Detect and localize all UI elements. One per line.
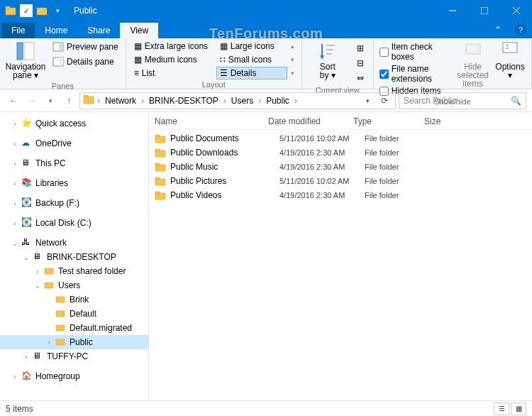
crumb-public[interactable]: Public (264, 96, 292, 106)
svg-rect-34 (155, 165, 165, 171)
tab-home[interactable]: Home (35, 23, 77, 38)
svg-rect-29 (56, 339, 65, 345)
chevron-right-icon[interactable]: › (222, 96, 228, 106)
layout-medium[interactable]: ▦Medium icons (131, 53, 216, 66)
table-row[interactable]: Public Pictures5/11/2016 10:02 AMFile fo… (155, 174, 526, 188)
details-pane-button[interactable]: Details pane (50, 55, 121, 69)
refresh-icon[interactable]: ⟳ (377, 93, 392, 109)
row-date: 4/19/2016 2:30 AM (279, 148, 365, 157)
file-extensions-toggle[interactable]: File name extensions (378, 63, 453, 84)
layout-list[interactable]: ≡List (131, 67, 216, 80)
help-icon[interactable]: ? (515, 24, 526, 35)
search-placeholder: Search Public (404, 96, 456, 106)
crumb-users[interactable]: Users (229, 96, 255, 106)
tree-tuffy-pc[interactable]: ›🖥TUFFY-PC (0, 349, 148, 363)
tree-backup-drive[interactable]: ›💽Backup (F:) (0, 196, 148, 210)
size-columns-button[interactable]: ⇔ (352, 71, 369, 85)
crumb-network[interactable]: Network (103, 96, 138, 106)
layout-scroll-down[interactable]: ▾ (288, 56, 298, 63)
layout-details[interactable]: ☰Details (216, 67, 287, 80)
tree-users[interactable]: ⌄Users (0, 278, 148, 292)
layout-scroll-up[interactable]: ▴ (288, 43, 298, 50)
quick-access-toolbar: ✓ ▾ (0, 4, 68, 17)
tree-network[interactable]: ⌄🖧Network (0, 236, 148, 250)
maximize-button[interactable] (468, 0, 500, 21)
svg-rect-18 (466, 44, 480, 54)
tree-homegroup[interactable]: ›🏠Homegroup (0, 369, 148, 383)
layout-extra-large[interactable]: ▦Extra large icons (131, 40, 216, 53)
svg-rect-33 (155, 149, 160, 151)
address-dropdown-icon[interactable]: ▾ (360, 93, 375, 109)
tree-test-shared[interactable]: ›Test shared folder (0, 264, 148, 278)
tree-onedrive[interactable]: ›☁OneDrive (0, 136, 148, 150)
row-type: File folder (365, 134, 436, 143)
col-name[interactable]: Name (155, 116, 268, 126)
layout-large[interactable]: ▦Large icons (216, 40, 287, 53)
explorer-icon (4, 4, 17, 17)
column-headers[interactable]: Name Date modified Type Size (149, 112, 532, 130)
search-input[interactable]: Search Public 🔍 (399, 92, 526, 109)
group-by-button[interactable]: ⊞ (352, 41, 369, 55)
close-button[interactable] (500, 0, 532, 21)
row-date: 5/11/2016 10:02 AM (279, 177, 365, 185)
tree-local-disk[interactable]: ›💽Local Disk (C:) (0, 216, 148, 230)
tree-quick-access[interactable]: ›⭐Quick access (0, 116, 148, 131)
layout-small[interactable]: ∷Small icons (216, 53, 287, 66)
table-row[interactable]: Public Videos4/19/2016 2:30 AMFile folde… (155, 188, 526, 202)
address-bar[interactable]: › Network › BRINK-DESKTOP › Users › Publ… (79, 92, 396, 109)
tree-user-default-migrated[interactable]: Default.migrated (0, 321, 148, 335)
chevron-right-icon[interactable]: › (293, 96, 299, 106)
tree-user-default[interactable]: Default (0, 307, 148, 321)
hide-selected-label: Hide selected items (457, 62, 489, 88)
col-type[interactable]: Type (353, 116, 424, 126)
tab-file[interactable]: File (1, 23, 35, 38)
navigation-tree[interactable]: ›⭐Quick access ›☁OneDrive ›🖥This PC ›📚Li… (0, 112, 149, 400)
table-row[interactable]: Public Music4/19/2016 2:30 AMFile folder (155, 160, 526, 174)
tree-user-public[interactable]: ›Public (0, 335, 148, 349)
svg-rect-4 (481, 7, 488, 14)
search-icon: 🔍 (511, 96, 521, 106)
chevron-right-icon[interactable]: › (96, 96, 101, 106)
back-button[interactable]: ← (6, 93, 21, 109)
table-row[interactable]: Public Documents5/11/2016 10:02 AMFile f… (155, 131, 526, 146)
properties-icon[interactable]: ✓ (20, 4, 33, 17)
view-icons-button[interactable]: ▦ (511, 403, 526, 415)
row-name: Public Pictures (170, 176, 279, 186)
preview-pane-button[interactable]: Preview pane (50, 40, 121, 54)
new-folder-icon[interactable] (35, 4, 48, 17)
svg-rect-28 (56, 325, 65, 331)
recent-dropdown[interactable]: ▾ (43, 93, 58, 109)
navigation-pane-button[interactable]: Navigation pane ▾ (4, 40, 47, 81)
chevron-right-icon[interactable]: › (257, 96, 262, 106)
row-name: Public Downloads (170, 148, 279, 158)
tree-libraries[interactable]: ›📚Libraries (0, 176, 148, 190)
table-row[interactable]: Public Downloads4/19/2016 2:30 AMFile fo… (155, 146, 526, 160)
up-button[interactable]: ↑ (61, 93, 77, 109)
tree-user-brink[interactable]: Brink (0, 292, 148, 307)
svg-rect-26 (56, 297, 65, 302)
row-date: 4/19/2016 2:30 AM (279, 191, 365, 199)
tree-this-pc[interactable]: ›🖥This PC (0, 156, 148, 170)
options-button[interactable]: Options ▾ (493, 40, 527, 81)
item-checkboxes-toggle[interactable]: Item check boxes (378, 41, 453, 62)
tab-view[interactable]: View (120, 23, 158, 38)
crumb-host[interactable]: BRINK-DESKTOP (147, 96, 221, 106)
col-size[interactable]: Size (424, 116, 481, 126)
view-details-button[interactable]: ☰ (494, 403, 509, 415)
sort-by-button[interactable]: Sort by ▾ (306, 40, 349, 81)
minimize-button[interactable] (436, 0, 468, 21)
tab-share[interactable]: Share (77, 23, 120, 38)
main-split: ›⭐Quick access ›☁OneDrive ›🖥This PC ›📚Li… (0, 112, 532, 400)
tree-brink-desktop[interactable]: ⌄🖥BRINK-DESKTOP (0, 250, 148, 264)
add-columns-button[interactable]: ⊟ (352, 56, 369, 70)
item-count: 5 items (6, 404, 33, 414)
forward-button[interactable]: → (24, 93, 40, 109)
ribbon: Navigation pane ▾ Preview pane Details p… (0, 38, 532, 89)
svg-rect-19 (503, 43, 517, 53)
hide-selected-button[interactable]: Hide selected items (455, 40, 490, 89)
chevron-right-icon[interactable]: › (140, 96, 145, 106)
layout-expand[interactable]: ▾ (288, 70, 298, 77)
collapse-ribbon-icon[interactable]: ⌃ (489, 21, 506, 38)
col-date[interactable]: Date modified (268, 116, 353, 126)
qat-dropdown-icon[interactable]: ▾ (51, 4, 64, 17)
